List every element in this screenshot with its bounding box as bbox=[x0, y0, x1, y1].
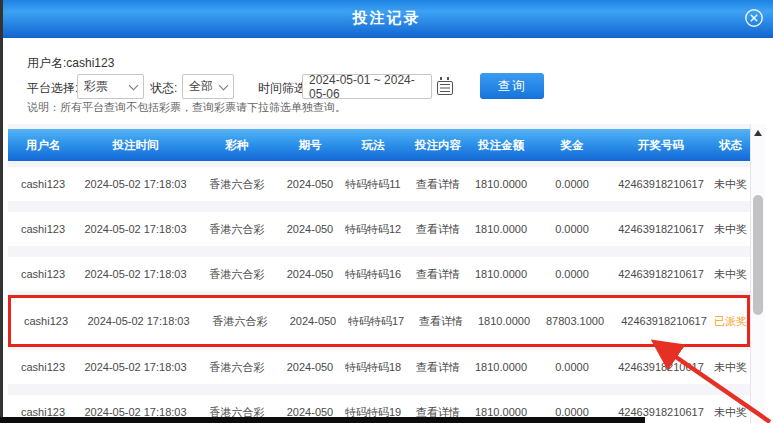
query-button[interactable]: 查询 bbox=[480, 73, 544, 99]
cell-play-method: 特码特码18 bbox=[339, 360, 407, 375]
cell-issue-number: 2024-050 bbox=[284, 315, 342, 327]
column-header-draw-number: 开奖号码 bbox=[611, 138, 711, 153]
cell-username: cashi123 bbox=[8, 361, 78, 373]
column-header-username: 用户名 bbox=[8, 138, 78, 153]
scrollbar-thumb[interactable] bbox=[753, 195, 763, 315]
cell-bet-amount: 1810.0000 bbox=[469, 223, 533, 235]
table-header-row: 用户名 投注时间 彩种 期号 玩法 投注内容 投注金额 奖金 开奖号码 状态 bbox=[8, 129, 750, 161]
cell-bet-amount: 1810.0000 bbox=[469, 268, 533, 280]
note-text: 说明：所有平台查询不包括彩票，查询彩票请下拉筛选单独查询。 bbox=[27, 100, 346, 115]
cell-draw-numbers: 42463918210617 bbox=[611, 223, 711, 235]
cell-play-method: 特码特码16 bbox=[339, 267, 407, 282]
cell-play-method: 特码特码11 bbox=[339, 177, 407, 192]
column-header-status: 状态 bbox=[711, 138, 750, 153]
cell-bet-time: 2024-05-02 17:18:03 bbox=[81, 315, 196, 327]
cell-bet-time: 2024-05-02 17:18:03 bbox=[78, 223, 193, 235]
cell-bet-amount: 1810.0000 bbox=[469, 178, 533, 190]
cell-issue-number: 2024-050 bbox=[281, 178, 339, 190]
column-header-bet-time: 投注时间 bbox=[78, 138, 193, 153]
date-range-input[interactable]: 2024-05-01 ~ 2024-05-06 bbox=[302, 74, 432, 99]
dialog-title: 投注记录 bbox=[0, 0, 773, 36]
scrollbar[interactable] bbox=[750, 124, 765, 423]
dialog-titlebar: 投注记录 bbox=[0, 0, 773, 38]
cell-username: cashi123 bbox=[8, 223, 78, 235]
view-details-link[interactable]: 查看详情 bbox=[407, 267, 469, 282]
cell-play-method: 特码特码12 bbox=[339, 222, 407, 237]
table-content: 用户名 投注时间 彩种 期号 玩法 投注内容 投注金额 奖金 开奖号码 状态 c… bbox=[8, 124, 750, 423]
cell-prize: 0.0000 bbox=[533, 178, 611, 190]
cell-bet-time: 2024-05-02 17:18:03 bbox=[78, 268, 193, 280]
cell-issue-number: 2024-050 bbox=[281, 361, 339, 373]
cell-draw-numbers: 42463918210617 bbox=[611, 178, 711, 190]
status-select[interactable]: 全部 bbox=[182, 74, 234, 99]
chevron-down-icon bbox=[129, 80, 139, 90]
column-header-lottery: 彩种 bbox=[193, 138, 281, 153]
view-details-link[interactable]: 查看详情 bbox=[407, 222, 469, 237]
status-label: 已派奖 bbox=[714, 314, 747, 329]
cell-username: cashi123 bbox=[8, 268, 78, 280]
platform-select-value: 彩票 bbox=[84, 78, 108, 95]
cell-lottery-type: 香港六合彩 bbox=[193, 360, 281, 375]
left-edge-strip bbox=[0, 0, 3, 423]
cell-username: cashi123 bbox=[11, 315, 81, 327]
status-label: 未中奖 bbox=[711, 222, 750, 237]
cell-bet-amount: 1810.0000 bbox=[469, 361, 533, 373]
cell-bet-amount: 1810.0000 bbox=[472, 315, 536, 327]
cell-prize: 0.0000 bbox=[533, 268, 611, 280]
column-header-amount: 投注金额 bbox=[469, 138, 533, 153]
cell-prize: 87803.1000 bbox=[536, 315, 614, 327]
cell-bet-time: 2024-05-02 17:18:03 bbox=[78, 361, 193, 373]
platform-select-label: 平台选择: bbox=[27, 80, 78, 97]
username-line: 用户名:cashi123 bbox=[27, 55, 114, 72]
scroll-up-icon[interactable] bbox=[754, 130, 762, 136]
table-row: cashi123 2024-05-02 17:18:03 香港六合彩 2024-… bbox=[8, 212, 750, 246]
view-details-link[interactable]: 查看详情 bbox=[407, 360, 469, 375]
cell-issue-number: 2024-050 bbox=[281, 223, 339, 235]
table-body: cashi123 2024-05-02 17:18:03 香港六合彩 2024-… bbox=[8, 167, 750, 423]
cell-lottery-type: 香港六合彩 bbox=[193, 177, 281, 192]
cell-issue-number: 2024-050 bbox=[281, 268, 339, 280]
bottom-black-bar bbox=[0, 417, 645, 423]
cell-username: cashi123 bbox=[8, 178, 78, 190]
close-icon[interactable] bbox=[744, 8, 764, 28]
table-row: cashi123 2024-05-02 17:18:03 香港六合彩 2024-… bbox=[8, 350, 750, 384]
cell-draw-numbers: 42463918210617 bbox=[611, 268, 711, 280]
date-range-value: 2024-05-01 ~ 2024-05-06 bbox=[309, 73, 425, 101]
table-row: cashi123 2024-05-02 17:18:03 香港六合彩 2024-… bbox=[8, 167, 750, 201]
view-details-link[interactable]: 查看详情 bbox=[407, 177, 469, 192]
column-header-content: 投注内容 bbox=[407, 138, 469, 153]
status-label: 未中奖 bbox=[711, 177, 750, 192]
status-label: 未中奖 bbox=[711, 360, 750, 375]
records-table: 用户名 投注时间 彩种 期号 玩法 投注内容 投注金额 奖金 开奖号码 状态 c… bbox=[8, 124, 765, 423]
column-header-issue: 期号 bbox=[281, 138, 339, 153]
cell-lottery-type: 香港六合彩 bbox=[196, 314, 284, 329]
status-label: 未中奖 bbox=[711, 267, 750, 282]
cell-prize: 0.0000 bbox=[533, 361, 611, 373]
cell-bet-time: 2024-05-02 17:18:03 bbox=[78, 178, 193, 190]
status-label: 未中奖 bbox=[711, 405, 750, 420]
column-header-play: 玩法 bbox=[339, 138, 407, 153]
cell-draw-numbers: 42463918210617 bbox=[611, 361, 711, 373]
cell-play-method: 特码特码17 bbox=[342, 314, 410, 329]
chevron-down-icon bbox=[219, 80, 229, 90]
table-row-highlighted: cashi123 2024-05-02 17:18:03 香港六合彩 2024-… bbox=[8, 295, 750, 347]
cell-lottery-type: 香港六合彩 bbox=[193, 222, 281, 237]
calendar-icon[interactable] bbox=[437, 81, 453, 95]
column-header-prize: 奖金 bbox=[533, 138, 611, 153]
cell-lottery-type: 香港六合彩 bbox=[193, 267, 281, 282]
table-row: cashi123 2024-05-02 17:18:03 香港六合彩 2024-… bbox=[8, 257, 750, 291]
cell-draw-numbers: 42463918210617 bbox=[614, 315, 714, 327]
cell-prize: 0.0000 bbox=[533, 223, 611, 235]
status-select-label: 状态: bbox=[150, 80, 177, 97]
view-details-link[interactable]: 查看详情 bbox=[410, 314, 472, 329]
platform-select[interactable]: 彩票 bbox=[77, 74, 144, 99]
status-select-value: 全部 bbox=[189, 78, 213, 95]
